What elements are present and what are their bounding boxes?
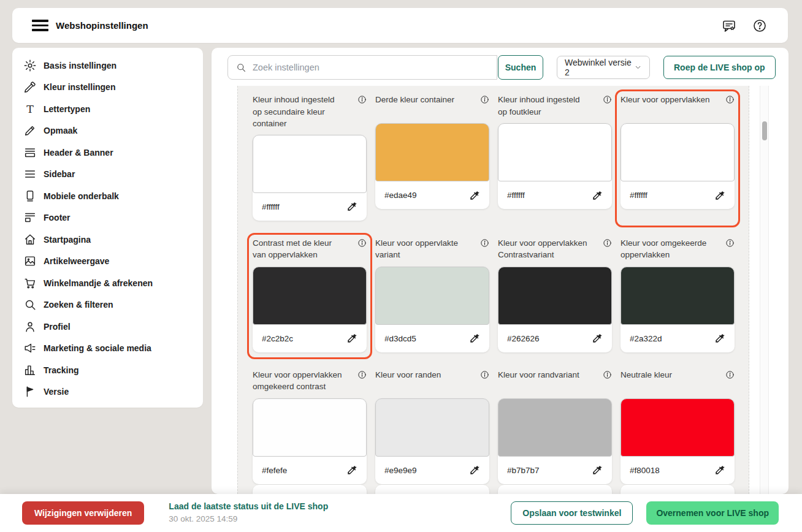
- hex-value: #2c2b2c: [262, 334, 293, 343]
- sidebar-item-winkelmandje-afrekenen[interactable]: Winkelmandje & afrekenen: [12, 272, 203, 294]
- color-setting-label: Neutrale kleur: [621, 369, 714, 393]
- eyedropper-button[interactable]: [592, 465, 603, 476]
- sidebar-item-footer[interactable]: Footer: [12, 207, 203, 229]
- sidebar-item-label: Basis instellingen: [44, 61, 116, 70]
- scrollbar-thumb[interactable]: [762, 121, 767, 140]
- version-select[interactable]: Webwinkel versie 2: [557, 56, 650, 79]
- info-icon[interactable]: [480, 370, 489, 379]
- color-swatch[interactable]: [621, 123, 735, 181]
- eyedropper-icon: [346, 333, 357, 344]
- eyedropper-icon: [346, 201, 357, 212]
- color-setting-label: Derde kleur container: [375, 94, 468, 118]
- eyedropper-button[interactable]: [346, 201, 357, 212]
- color-swatch[interactable]: [498, 123, 612, 181]
- sidebar-item-startpagina[interactable]: Startpagina: [12, 229, 203, 251]
- sidebar-item-zoeken-filteren[interactable]: Zoeken & filteren: [12, 294, 203, 316]
- hamburger-menu-icon[interactable]: [32, 20, 48, 31]
- save-testshop-button[interactable]: Opslaan voor testwinkel: [511, 501, 633, 525]
- color-setting-card: Kleur voor randen #e9e9e9: [375, 369, 489, 484]
- sidebar-item-header-banner[interactable]: Header & Banner: [12, 142, 203, 164]
- eyedropper-icon: [592, 333, 603, 344]
- sidebar-item-marketing-sociale-media[interactable]: Marketing & sociale media: [12, 338, 203, 360]
- search-button[interactable]: Suchen: [498, 55, 543, 80]
- info-icon[interactable]: [603, 95, 612, 104]
- color-setting-label: Kleur voor oppervlakken Contrastvariant: [498, 237, 591, 262]
- bar-chart-icon: [23, 363, 37, 377]
- color-setting-card: Kleur voor oppervlakken omgekeerd contra…: [253, 369, 367, 484]
- color-setting-label: Kleur voor oppervlakken: [621, 94, 714, 118]
- eyedropper-button[interactable]: [469, 190, 480, 201]
- version-select-value: Webwinkel versie 2: [565, 58, 634, 77]
- sidebar-item-kleur-instellingen[interactable]: Kleur instellingen: [12, 77, 203, 99]
- info-icon[interactable]: [725, 95, 735, 104]
- sidebar-item-versie[interactable]: Versie: [12, 381, 203, 403]
- sidebar-item-label: Tracking: [44, 365, 79, 375]
- eyedropper-button[interactable]: [714, 465, 725, 476]
- hex-value: #2a322d: [630, 334, 662, 343]
- info-icon[interactable]: [480, 238, 489, 248]
- sidebar-item-label: Zoeken & filteren: [44, 300, 113, 310]
- sidebar-item-label: Sidebar: [44, 169, 75, 179]
- discard-changes-button[interactable]: Wijzigingen verwijderen: [22, 501, 144, 525]
- hex-value: #edae49: [384, 191, 417, 200]
- info-icon[interactable]: [603, 370, 612, 379]
- color-setting-card: Kleur voor oppervlakken Contrastvariant …: [498, 237, 612, 352]
- apply-live-shop-button[interactable]: Overnemen voor LIVE shop: [646, 501, 779, 525]
- eyedropper-icon: [714, 465, 725, 476]
- search-field: [227, 55, 497, 80]
- info-icon[interactable]: [357, 95, 367, 104]
- eyedropper-icon: [714, 190, 725, 201]
- eyedropper-icon: [469, 190, 480, 201]
- sidebar-item-tracking[interactable]: Tracking: [12, 359, 203, 381]
- sidebar-item-opmaak[interactable]: Opmaak: [12, 120, 203, 142]
- eyedropper-button[interactable]: [469, 333, 480, 344]
- sidebar-item-profiel[interactable]: Profiel: [12, 316, 203, 338]
- color-swatch[interactable]: [621, 398, 735, 457]
- info-icon[interactable]: [480, 95, 489, 104]
- info-icon[interactable]: [357, 370, 367, 379]
- color-swatch[interactable]: [498, 267, 612, 325]
- footer-bar-icon: [23, 211, 37, 224]
- color-swatch[interactable]: [253, 398, 367, 457]
- color-swatch[interactable]: [498, 398, 612, 457]
- eyedropper-button[interactable]: [714, 190, 725, 201]
- color-swatch[interactable]: [375, 123, 489, 181]
- info-icon[interactable]: [603, 238, 612, 248]
- color-setting-label: Kleur voor oppervlakken omgekeerd contra…: [253, 369, 346, 393]
- search-input[interactable]: [253, 63, 489, 72]
- help-icon[interactable]: [752, 18, 767, 33]
- eyedropper-icon: [592, 465, 603, 476]
- sidebar-item-mobiele-onderbalk[interactable]: Mobiele onderbalk: [12, 185, 203, 207]
- eyedropper-button[interactable]: [346, 333, 357, 344]
- color-swatch[interactable]: [621, 267, 735, 325]
- eyedropper-button[interactable]: [714, 333, 725, 344]
- color-swatch[interactable]: [253, 267, 367, 325]
- sidebar-item-label: Marketing & sociale media: [44, 343, 151, 353]
- load-live-status-link[interactable]: Laad de laatste status uit de LIVE shop: [169, 501, 328, 512]
- eyedropper-button[interactable]: [346, 465, 357, 476]
- feedback-icon[interactable]: [722, 18, 736, 33]
- color-setting-card: Kleur voor randvariant #b7b7b7: [498, 369, 612, 484]
- eyedropper-button[interactable]: [592, 190, 603, 201]
- info-icon[interactable]: [725, 238, 735, 248]
- eyedropper-button[interactable]: [592, 333, 603, 344]
- color-swatch[interactable]: [375, 267, 489, 325]
- color-setting-card: Contrast met de kleur van oppervlakken #…: [253, 237, 367, 352]
- main-panel: Suchen Webwinkel versie 2 Roep de LIVE s…: [212, 48, 789, 494]
- eyedropper-button[interactable]: [469, 465, 480, 476]
- card-stub: [621, 485, 735, 494]
- sidebar-item-label: Startpagina: [44, 235, 91, 245]
- sidebar-item-label: Kleur instellingen: [44, 82, 115, 92]
- scrollbar-track[interactable]: [760, 86, 769, 494]
- color-setting-card: Derde kleur container #edae49: [375, 94, 489, 221]
- sidebar-item-artikelweergave[interactable]: Artikelweergave: [12, 251, 203, 273]
- sidebar-item-sidebar[interactable]: Sidebar: [12, 164, 203, 186]
- sidebar-item-lettertypen[interactable]: Lettertypen: [12, 98, 203, 120]
- info-icon[interactable]: [357, 238, 367, 248]
- eyedropper-icon: [346, 465, 357, 476]
- sidebar-item-basis-instellingen[interactable]: Basis instellingen: [12, 55, 203, 77]
- info-icon[interactable]: [725, 370, 735, 379]
- color-swatch[interactable]: [375, 398, 489, 457]
- open-live-shop-button[interactable]: Roep de LIVE shop op: [663, 56, 776, 79]
- color-swatch[interactable]: [253, 135, 367, 193]
